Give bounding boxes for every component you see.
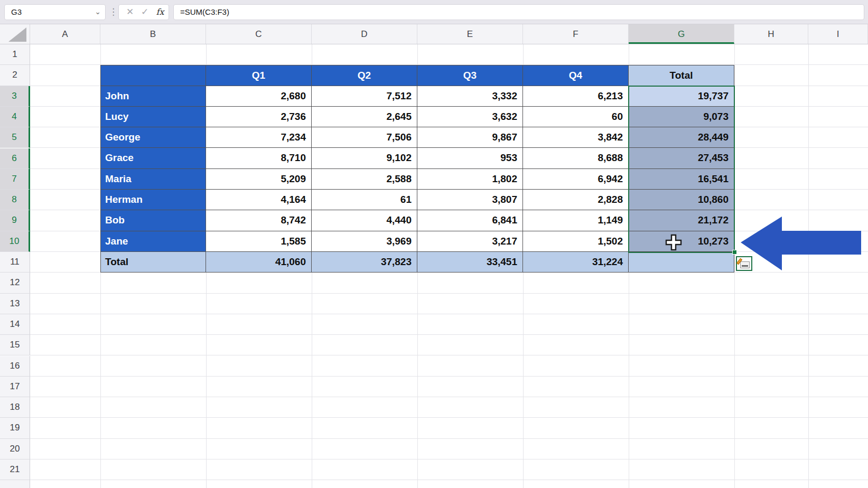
total-cell-g6[interactable]: 27,453	[629, 148, 734, 168]
value-cell-r9c4[interactable]: 4,440	[312, 210, 417, 231]
name-cell-jane[interactable]: Jane	[100, 231, 206, 252]
column-header-D[interactable]: D	[312, 24, 417, 44]
value-cell-r4c5[interactable]: 3,632	[417, 107, 523, 127]
value-cell-r9c3[interactable]: 8,742	[206, 210, 312, 231]
row-header-10[interactable]: 10	[0, 231, 30, 252]
row-header-1[interactable]: 1	[0, 44, 30, 65]
formula-input[interactable]: =SUM(C3:F3)	[173, 4, 864, 20]
column-header-I[interactable]: I	[808, 24, 868, 44]
total-row-label[interactable]: Total	[100, 252, 206, 273]
value-cell-r8c3[interactable]: 4,164	[206, 190, 312, 210]
value-cell-r5c3[interactable]: 7,234	[206, 127, 312, 148]
header-cell-Q3[interactable]: Q3	[417, 65, 523, 86]
row-header-11[interactable]: 11	[0, 252, 30, 273]
name-cell-john[interactable]: John	[100, 86, 206, 107]
chevron-down-icon[interactable]: ⌄	[95, 5, 101, 18]
total-row-value-c6[interactable]: 31,224	[523, 252, 629, 273]
value-cell-r3c3[interactable]: 2,680	[206, 86, 312, 107]
value-cell-r8c5[interactable]: 3,807	[417, 190, 523, 210]
value-cell-r8c4[interactable]: 61	[312, 190, 417, 210]
column-header-A[interactable]: A	[30, 24, 100, 44]
row-header-9[interactable]: 9	[0, 210, 30, 231]
value-cell-r3c5[interactable]: 3,332	[417, 86, 523, 107]
cancel-icon[interactable]: ✕	[123, 5, 137, 20]
column-header-C[interactable]: C	[206, 24, 312, 44]
total-row-value-c4[interactable]: 37,823	[312, 252, 417, 273]
column-header-B[interactable]: B	[100, 24, 206, 44]
row-header-14[interactable]: 14	[0, 314, 30, 335]
header-cell-Q1[interactable]: Q1	[206, 65, 312, 86]
total-cell-g9[interactable]: 21,172	[629, 210, 734, 231]
column-header-F[interactable]: F	[523, 24, 629, 44]
row-header-13[interactable]: 13	[0, 294, 30, 314]
name-cell-bob[interactable]: Bob	[100, 210, 206, 231]
value-cell-r6c5[interactable]: 953	[417, 148, 523, 168]
value-cell-r6c3[interactable]: 8,710	[206, 148, 312, 168]
row-header-15[interactable]: 15	[0, 335, 30, 355]
row-header-12[interactable]: 12	[0, 273, 30, 293]
column-header-H[interactable]: H	[734, 24, 808, 44]
value-cell-r7c3[interactable]: 5,209	[206, 169, 312, 190]
total-cell-g7[interactable]: 16,541	[629, 169, 734, 190]
name-cell-herman[interactable]: Herman	[100, 190, 206, 210]
total-cell-g4[interactable]: 9,073	[629, 107, 734, 127]
value-cell-r8c6[interactable]: 2,828	[523, 190, 629, 210]
value-cell-r7c6[interactable]: 6,942	[523, 169, 629, 190]
value-cell-r5c4[interactable]: 7,506	[312, 127, 417, 148]
name-cell-george[interactable]: George	[100, 127, 206, 148]
row-header-2[interactable]: 2	[0, 65, 30, 86]
total-cell-g3[interactable]: 19,737	[629, 86, 734, 107]
row-header-6[interactable]: 6	[0, 148, 30, 169]
value-cell-r5c6[interactable]: 3,842	[523, 127, 629, 148]
value-cell-r9c6[interactable]: 1,149	[523, 210, 629, 231]
value-cell-r6c6[interactable]: 8,688	[523, 148, 629, 168]
value-cell-r4c4[interactable]: 2,645	[312, 107, 417, 127]
name-box[interactable]: G3 ⌄	[4, 4, 106, 20]
row-header-8[interactable]: 8	[0, 190, 30, 210]
name-cell-maria[interactable]: Maria	[100, 169, 206, 190]
row-header-19[interactable]: 19	[0, 418, 30, 438]
annotation-arrow-left-icon	[740, 214, 862, 271]
row-header-4[interactable]: 4	[0, 107, 30, 127]
select-all-button[interactable]	[0, 24, 30, 44]
value-cell-r10c5[interactable]: 3,217	[417, 231, 523, 252]
value-cell-r3c6[interactable]: 6,213	[523, 86, 629, 107]
value-cell-r10c4[interactable]: 3,969	[312, 231, 417, 252]
column-header-G[interactable]: G	[629, 24, 734, 44]
name-cell-lucy[interactable]: Lucy	[100, 107, 206, 127]
header-corner-cell[interactable]	[100, 65, 206, 86]
header-cell-Q2[interactable]: Q2	[312, 65, 417, 86]
row-header-22[interactable]	[0, 480, 30, 488]
header-cell-Q4[interactable]: Q4	[523, 65, 629, 86]
insert-function-icon[interactable]: fx	[153, 5, 167, 20]
value-cell-r3c4[interactable]: 7,512	[312, 86, 417, 107]
total-cell-g11[interactable]	[629, 252, 734, 273]
row-header-21[interactable]: 21	[0, 459, 30, 480]
more-options-icon[interactable]: ⋮	[109, 6, 118, 18]
value-cell-r7c4[interactable]: 2,588	[312, 169, 417, 190]
column-header-E[interactable]: E	[417, 24, 523, 44]
value-cell-r6c4[interactable]: 9,102	[312, 148, 417, 168]
row-header-5[interactable]: 5	[0, 127, 30, 148]
row-header-16[interactable]: 16	[0, 356, 30, 377]
value-cell-r10c3[interactable]: 1,585	[206, 231, 312, 252]
total-row-value-c5[interactable]: 33,451	[417, 252, 523, 273]
name-cell-grace[interactable]: Grace	[100, 148, 206, 168]
value-cell-r9c5[interactable]: 6,841	[417, 210, 523, 231]
row-header-17[interactable]: 17	[0, 377, 30, 397]
value-cell-r7c5[interactable]: 1,802	[417, 169, 523, 190]
total-cell-g8[interactable]: 10,860	[629, 190, 734, 210]
row-header-18[interactable]: 18	[0, 397, 30, 418]
row-header-20[interactable]: 20	[0, 439, 30, 459]
value-cell-r4c6[interactable]: 60	[523, 107, 629, 127]
row-header-3[interactable]: 3	[0, 86, 30, 107]
row-header-7[interactable]: 7	[0, 169, 30, 190]
fill-handle[interactable]	[732, 250, 737, 255]
total-cell-g5[interactable]: 28,449	[629, 127, 734, 148]
total-row-value-c3[interactable]: 41,060	[206, 252, 312, 273]
enter-icon[interactable]: ✓	[138, 5, 152, 20]
header-cell-total[interactable]: Total	[629, 65, 734, 86]
value-cell-r5c5[interactable]: 9,867	[417, 127, 523, 148]
value-cell-r10c6[interactable]: 1,502	[523, 231, 629, 252]
value-cell-r4c3[interactable]: 2,736	[206, 107, 312, 127]
